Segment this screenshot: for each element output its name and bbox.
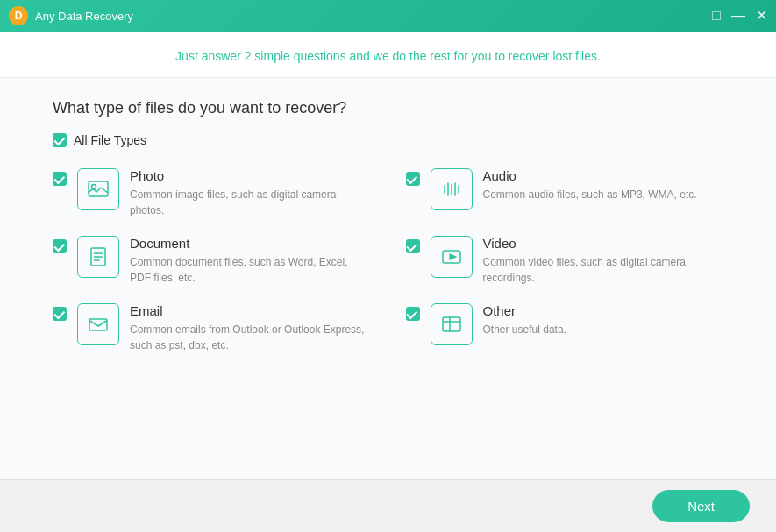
main-content: Just answer 2 simple questions and we do… [0, 32, 776, 532]
document-icon-wrapper [77, 236, 119, 278]
window-controls: □ — ✕ [712, 9, 767, 23]
audio-info: Audio Common audio files, such as MP3, W… [483, 168, 724, 202]
file-type-video: Video Common video files, such as digita… [406, 236, 724, 286]
file-type-email: Email Common emails from Outlook or Outl… [53, 303, 371, 353]
audio-checkbox[interactable] [406, 172, 420, 186]
document-checkbox[interactable] [53, 239, 67, 253]
audio-name: Audio [483, 168, 724, 183]
video-desc: Common video files, such as digital came… [483, 254, 724, 286]
email-desc: Common emails from Outlook or Outlook Ex… [130, 322, 371, 353]
email-name: Email [130, 303, 371, 318]
email-icon [86, 312, 110, 337]
minimize-button[interactable]: — [731, 9, 745, 23]
photo-icon [86, 177, 110, 202]
audio-icon-wrapper [431, 168, 473, 210]
video-checkbox[interactable] [406, 239, 420, 253]
video-icon [439, 245, 464, 269]
document-desc: Common document files, such as Word, Exc… [130, 254, 371, 286]
document-icon [86, 245, 110, 269]
audio-desc: Common audio files, such as MP3, WMA, et… [483, 187, 724, 202]
all-files-label: All File Types [74, 133, 146, 147]
file-type-audio: Audio Common audio files, such as MP3, W… [406, 168, 724, 218]
other-icon-wrapper [431, 303, 473, 345]
email-info: Email Common emails from Outlook or Outl… [130, 303, 371, 353]
subtitle-area: Just answer 2 simple questions and we do… [0, 32, 776, 78]
document-info: Document Common document files, such as … [130, 236, 371, 286]
file-type-other: Other Other useful data. [406, 303, 724, 353]
photo-info: Photo Common image files, such as digita… [130, 168, 371, 218]
next-button[interactable]: Next [652, 490, 750, 522]
svg-rect-9 [443, 317, 460, 331]
video-icon-wrapper [431, 236, 473, 278]
maximize-button[interactable]: □ [712, 9, 721, 23]
other-info: Other Other useful data. [483, 303, 724, 337]
other-desc: Other useful data. [483, 322, 724, 337]
other-name: Other [483, 303, 724, 318]
photo-checkbox[interactable] [53, 172, 67, 186]
question-title: What type of files do you want to recove… [53, 99, 723, 117]
video-info: Video Common video files, such as digita… [483, 236, 724, 286]
app-title: Any Data Recovery [35, 10, 133, 23]
svg-rect-0 [89, 181, 108, 196]
video-name: Video [483, 236, 724, 251]
all-file-types-row: All File Types [53, 133, 723, 147]
footer: Next [0, 479, 776, 532]
file-type-document: Document Common document files, such as … [53, 236, 371, 286]
document-name: Document [130, 236, 371, 251]
file-types-grid: Photo Common image files, such as digita… [53, 168, 723, 353]
email-checkbox[interactable] [53, 307, 67, 321]
photo-icon-wrapper [77, 168, 119, 210]
close-button[interactable]: ✕ [756, 9, 767, 23]
audio-icon [439, 177, 464, 202]
file-type-photo: Photo Common image files, such as digita… [53, 168, 371, 218]
other-checkbox[interactable] [406, 307, 420, 321]
content-area: What type of files do you want to recove… [0, 78, 776, 479]
svg-rect-8 [89, 319, 107, 330]
photo-name: Photo [130, 168, 371, 183]
email-icon-wrapper [77, 303, 119, 345]
app-icon: D [9, 6, 28, 25]
photo-desc: Common image files, such as digital came… [130, 187, 371, 218]
titlebar: D Any Data Recovery □ — ✕ [0, 0, 776, 32]
all-files-checkbox[interactable] [53, 133, 67, 147]
subtitle-text: Just answer 2 simple questions and we do… [35, 49, 741, 63]
svg-marker-7 [450, 254, 456, 259]
other-icon [439, 312, 464, 337]
